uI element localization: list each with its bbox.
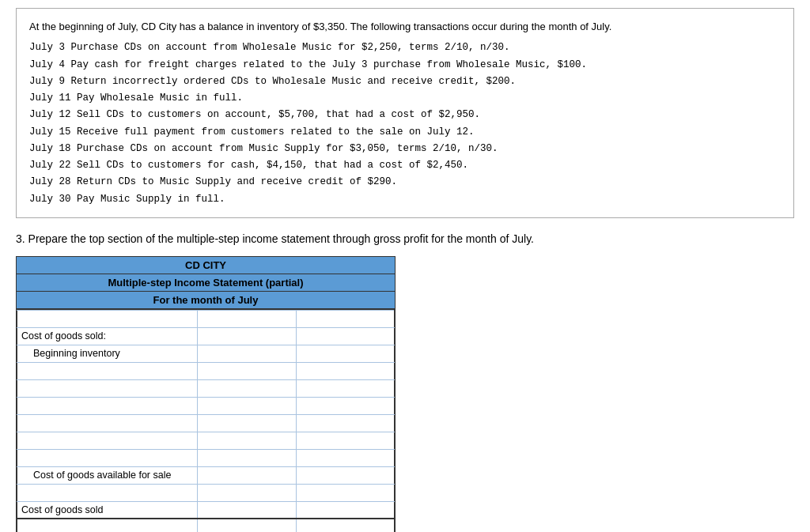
cogs-sold-label: Cost of goods sold [17,501,198,519]
statement-subtitle: Multiple-step Income Statement (partial) [17,274,395,292]
amount-cell-2[interactable] [296,519,394,532]
table-row [17,310,395,327]
cogs-available-col2[interactable] [296,466,394,484]
transaction-8: July 22 Sell CDs to customers for cash, … [29,157,781,174]
question-label: 3. Prepare the top section of the multip… [16,232,794,245]
statement-table: Cost of goods sold: Beginning inventory [17,310,395,532]
transaction-3: July 9 Return incorrectly ordered CDs to… [29,74,781,90]
table-row [17,397,395,414]
amount-cell-1[interactable] [198,362,296,379]
amount-cell-1[interactable] [198,414,296,432]
amount-cell-2[interactable] [296,432,394,449]
table-row: Cost of goods sold: [17,327,395,345]
label-cell [17,484,198,501]
amount-cell-2[interactable] [296,414,394,432]
beginning-inventory-col2[interactable] [296,345,394,362]
table-row: Beginning inventory [17,345,395,362]
transaction-1: July 3 Purchase CDs on account from Whol… [29,40,781,56]
table-row [17,484,395,501]
transaction-5: July 12 Sell CDs to customers on account… [29,107,781,123]
amount-cell-1[interactable] [198,432,296,449]
label-cell [17,379,198,397]
amount-cell-2[interactable] [296,397,394,414]
label-cell [17,432,198,449]
cogs-available-label: Cost of goods available for sale [17,466,198,484]
cogs-label: Cost of goods sold: [17,327,198,345]
cogs-sold-col2[interactable] [296,501,394,519]
income-statement: CD CITY Multiple-step Income Statement (… [16,256,396,532]
beginning-inventory-label: Beginning inventory [17,345,198,362]
cogs-sold-col1[interactable] [198,501,296,519]
amount-cell-2[interactable] [296,484,394,501]
transactions-list: July 3 Purchase CDs on account from Whol… [29,40,781,208]
question-number: 3. [16,232,25,245]
amount-cell-2[interactable] [296,379,394,397]
amount-cell-1[interactable] [198,379,296,397]
cogs-available-col1[interactable] [198,466,296,484]
cogs-col1[interactable] [198,327,296,345]
statement-title: CD CITY [17,257,395,274]
table-row [17,449,395,466]
table-row [17,414,395,432]
label-cell [17,449,198,466]
transaction-4: July 11 Pay Wholesale Music in full. [29,90,781,107]
table-row [17,362,395,379]
question-text: Prepare the top section of the multiple-… [28,232,534,245]
table-row [17,519,395,532]
amount-cell-2[interactable] [296,362,394,379]
statement-period: For the month of July [17,292,395,310]
amount-cell-1[interactable] [198,484,296,501]
amount-cell-1[interactable] [198,519,296,532]
problem-box: At the beginning of July, CD City has a … [16,8,794,218]
label-cell [17,362,198,379]
beginning-inventory-col1[interactable] [198,345,296,362]
amount-cell-1[interactable] [198,449,296,466]
label-cell [17,414,198,432]
table-row [17,432,395,449]
label-cell [17,519,198,532]
amount-cell-1[interactable] [198,310,296,327]
intro-text: At the beginning of July, CD City has a … [29,18,781,35]
table-row [17,379,395,397]
amount-cell-2[interactable] [296,310,394,327]
label-cell [17,397,198,414]
transaction-7: July 18 Purchase CDs on account from Mus… [29,141,781,157]
amount-cell-1[interactable] [198,397,296,414]
table-row: Cost of goods available for sale [17,466,395,484]
label-cell [17,310,198,327]
amount-cell-2[interactable] [296,449,394,466]
transaction-6: July 15 Receive full payment from custom… [29,124,781,141]
transaction-2: July 4 Pay cash for freight charges rela… [29,57,781,74]
transaction-10: July 30 Pay Music Supply in full. [29,191,781,208]
transaction-9: July 28 Return CDs to Music Supply and r… [29,174,781,191]
cogs-col2[interactable] [296,327,394,345]
table-row: Cost of goods sold [17,501,395,519]
